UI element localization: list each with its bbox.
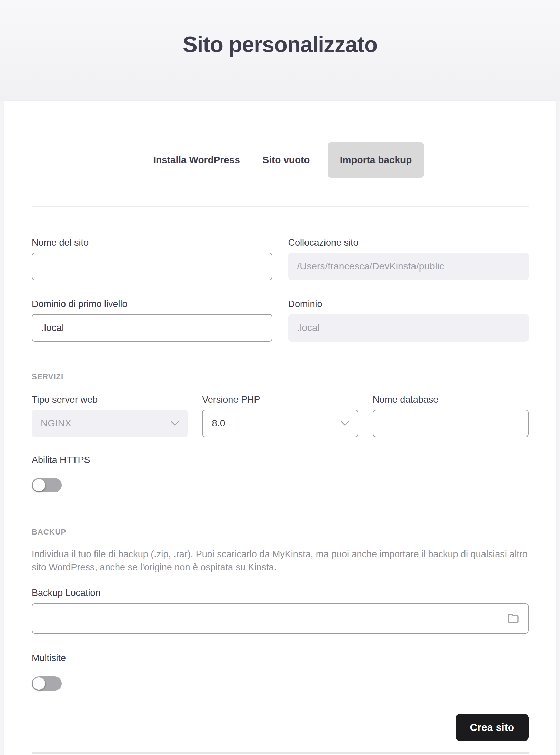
database-name-label: Nome database (373, 395, 529, 404)
php-version-field: Versione PHP 8.0 (202, 395, 358, 437)
https-toggle[interactable] (32, 478, 62, 492)
site-location-input (288, 253, 529, 280)
database-name-field: Nome database (373, 395, 529, 437)
site-form-card: Installa WordPress Sito vuoto Importa ba… (4, 101, 556, 755)
chevron-down-icon (170, 421, 179, 426)
php-version-label: Versione PHP (202, 395, 358, 404)
backup-location-input[interactable] (32, 603, 529, 634)
backup-location-field (32, 603, 529, 634)
name-location-row: Nome del sito Collocazione sito (32, 238, 529, 280)
php-version-select[interactable]: 8.0 (202, 410, 358, 437)
tld-field: Dominio di primo livello (32, 300, 272, 342)
tab-installa-wordpress[interactable]: Installa WordPress (148, 142, 245, 178)
page-header: Sito personalizzato (0, 0, 560, 101)
database-name-input[interactable] (373, 410, 529, 437)
tld-label: Dominio di primo livello (32, 300, 272, 309)
multisite-label: Multisite (32, 654, 529, 663)
web-server-field: Tipo server web NGINX (32, 395, 188, 437)
web-server-select: NGINX (32, 410, 188, 437)
folder-icon[interactable] (507, 613, 519, 624)
site-name-label: Nome del sito (32, 238, 272, 247)
multisite-toggle[interactable] (32, 676, 62, 691)
bottom-strip (32, 752, 529, 754)
tab-sito-vuoto[interactable]: Sito vuoto (245, 142, 328, 178)
site-location-field: Collocazione sito (288, 238, 529, 280)
web-server-value: NGINX (41, 418, 71, 429)
web-server-label: Tipo server web (32, 395, 188, 404)
site-location-label: Collocazione sito (288, 238, 529, 247)
tab-importa-backup[interactable]: Importa backup (328, 142, 424, 178)
site-type-tabs: Installa WordPress Sito vuoto Importa ba… (148, 142, 424, 178)
domain-row: Dominio di primo livello Dominio (32, 300, 529, 342)
backup-description: Individua il tuo file di backup (.zip, .… (32, 548, 529, 574)
domain-label: Dominio (288, 300, 529, 309)
actions-row: Crea sito (32, 714, 529, 741)
domain-input (288, 314, 529, 342)
tld-input[interactable] (32, 314, 272, 342)
site-name-input[interactable] (32, 253, 272, 280)
tabs-divider (32, 206, 529, 207)
servizi-section-label: SERVIZI (32, 373, 529, 381)
create-site-button[interactable]: Crea sito (456, 714, 529, 741)
services-row: Tipo server web NGINX Versione PHP 8.0 N… (32, 395, 529, 437)
site-name-field: Nome del sito (32, 238, 272, 280)
https-label: Abilita HTTPS (32, 455, 529, 465)
https-toggle-knob (33, 479, 45, 491)
domain-field: Dominio (288, 300, 529, 342)
backup-location-label: Backup Location (32, 588, 529, 598)
chevron-down-icon (340, 421, 349, 426)
page-title: Sito personalizzato (183, 32, 377, 57)
php-version-value: 8.0 (212, 418, 225, 429)
multisite-toggle-knob (33, 677, 45, 690)
backup-section-label: BACKUP (32, 528, 529, 536)
